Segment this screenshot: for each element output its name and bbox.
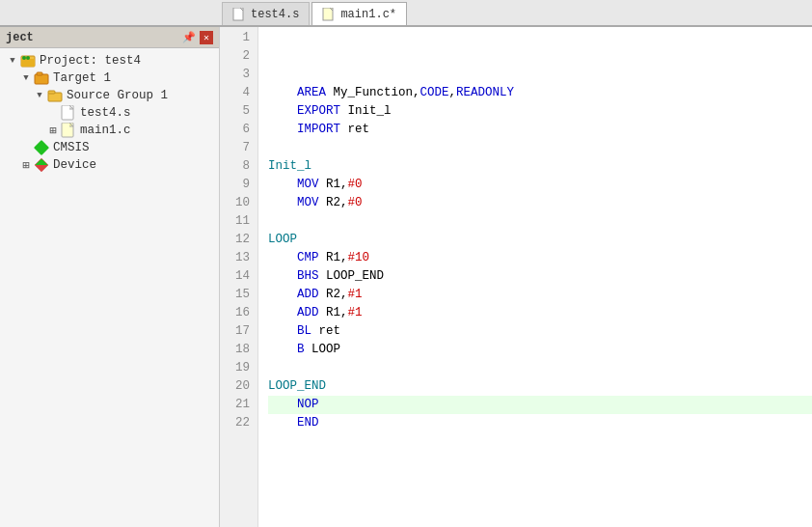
code-line-11: CMP R1,#10 [268, 249, 812, 267]
code-token [268, 176, 297, 194]
code-token: R1, [319, 304, 348, 322]
code-line-17 [268, 359, 812, 377]
line-number-18: 18 [228, 341, 250, 359]
code-token: MOV [297, 176, 319, 194]
tree-item-cmsis[interactable]: CMSIS [0, 139, 219, 156]
expand-target1[interactable]: ▼ [19, 71, 33, 85]
code-line-22 [268, 451, 812, 469]
code-token [268, 102, 297, 121]
code-token: #0 [348, 194, 363, 212]
code-token: AREA [297, 84, 326, 102]
code-token: My_Function, [326, 84, 420, 102]
line-number-3: 3 [228, 66, 250, 84]
line-number-6: 6 [228, 121, 250, 139]
code-token [268, 267, 297, 286]
code-token: ret [340, 121, 369, 139]
line-number-7: 7 [228, 139, 250, 157]
main-content: ject 📌 ✕ ▼ Project: test4 ▼ [0, 27, 812, 527]
c-file-icon [61, 123, 76, 138]
code-token: ADD [297, 304, 319, 322]
project-label: Project: test4 [40, 54, 141, 68]
code-token: ADD [297, 286, 319, 304]
code-token: R2, [319, 286, 348, 304]
code-editor[interactable]: 12345678910111213141516171819202122 AREA… [220, 27, 812, 527]
code-token: #1 [348, 286, 363, 304]
line-number-16: 16 [228, 304, 250, 322]
sidebar-header: ject 📌 ✕ [0, 27, 219, 48]
code-line-16: B LOOP [268, 341, 812, 359]
tree-item-test4s[interactable]: test4.s [0, 104, 219, 122]
code-token: CODE [420, 84, 449, 102]
tree-item-target1[interactable]: ▼ Target 1 [0, 69, 219, 87]
tab-main1c[interactable]: main1.c* [311, 2, 407, 25]
close-button[interactable]: ✕ [200, 31, 213, 44]
tab-test4s[interactable]: test4.s [222, 2, 310, 25]
expand-cmsis [19, 141, 33, 154]
code-token: Init_l [340, 102, 392, 121]
cmsis-label: CMSIS [53, 141, 90, 154]
code-token: END [297, 414, 319, 432]
main1c-label: main1.c [80, 124, 131, 137]
code-token: NOP [297, 396, 319, 414]
code-token: LOOP [268, 231, 297, 249]
code-line-19: NOP [268, 396, 812, 414]
code-token [268, 322, 297, 341]
code-line-2: AREA My_Function,CODE,READONLY [268, 84, 812, 102]
code-token: MOV [297, 194, 319, 212]
code-token [268, 84, 297, 102]
expand-main1c[interactable]: ⊞ [46, 124, 60, 137]
code-line-6: Init_l [268, 157, 812, 176]
code-token [268, 194, 297, 212]
assembly-file-icon [61, 105, 76, 121]
expand-device[interactable]: ⊞ [19, 158, 33, 172]
code-line-10: LOOP [268, 231, 812, 249]
tab-bar: test4.s main1.c* [0, 0, 812, 27]
expand-sourcegroup1[interactable]: ▼ [33, 89, 46, 102]
code-token [268, 304, 297, 322]
code-line-7: MOV R1,#0 [268, 176, 812, 194]
line-number-22: 22 [228, 414, 250, 432]
line-number-9: 9 [228, 176, 250, 194]
target-icon [34, 70, 49, 86]
file-modified-icon [322, 8, 336, 21]
line-number-19: 19 [228, 359, 250, 377]
svg-rect-12 [34, 140, 49, 155]
code-token: CMP [297, 249, 319, 267]
code-token: BL [297, 322, 311, 341]
target1-label: Target 1 [53, 71, 111, 85]
code-token: ret [311, 322, 340, 341]
device-icon [34, 157, 49, 173]
code-token: LOOP [305, 341, 341, 359]
project-icon [20, 53, 36, 69]
code-token [268, 249, 297, 267]
code-line-4: IMPORT ret [268, 121, 812, 139]
project-panel: ject 📌 ✕ ▼ Project: test4 ▼ [0, 27, 220, 527]
pin-button[interactable]: 📌 [182, 31, 196, 44]
tree-item-device[interactable]: ⊞ Device [0, 156, 219, 174]
line-number-4: 4 [228, 84, 250, 102]
sidebar-title: ject [6, 31, 34, 44]
line-number-10: 10 [228, 194, 250, 212]
code-content[interactable]: AREA My_Function,CODE,READONLY EXPORT In… [258, 27, 812, 527]
tree-item-main1c[interactable]: ⊞ main1.c [0, 122, 219, 139]
code-line-15: BL ret [268, 322, 812, 341]
code-token: READONLY [456, 84, 514, 102]
svg-point-4 [22, 56, 26, 60]
project-tree: ▼ Project: test4 ▼ Target 1 [0, 48, 219, 527]
code-token [268, 286, 297, 304]
code-token [268, 341, 297, 359]
code-token: R2, [319, 194, 348, 212]
code-line-21 [268, 432, 812, 451]
test4s-label: test4.s [80, 106, 131, 120]
tree-item-sourcegroup1[interactable]: ▼ Source Group 1 [0, 87, 219, 104]
code-line-8: MOV R2,#0 [268, 194, 812, 212]
code-line-3: EXPORT Init_l [268, 102, 812, 121]
line-number-1: 1 [228, 29, 250, 47]
code-token: #1 [348, 304, 363, 322]
tree-item-project[interactable]: ▼ Project: test4 [0, 52, 219, 69]
line-numbers: 12345678910111213141516171819202122 [220, 27, 258, 527]
tab-label-active: main1.c* [340, 8, 396, 21]
svg-rect-9 [48, 91, 55, 94]
file-icon [232, 8, 246, 21]
expand-project[interactable]: ▼ [6, 54, 19, 68]
